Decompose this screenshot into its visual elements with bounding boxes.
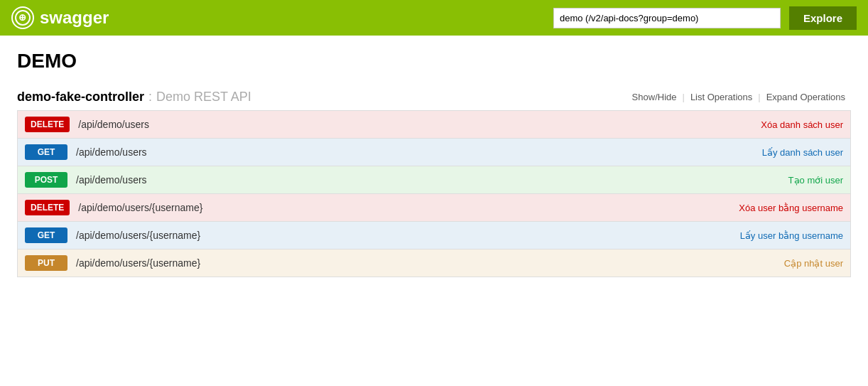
operation-path: /api/demo/users [76, 174, 774, 186]
main-content: DEMO demo-fake-controller : Demo REST AP… [0, 36, 868, 291]
controller-actions: Show/Hide | List Operations | Expand Ope… [626, 92, 851, 102]
operation-path: /api/demo/users/{username} [76, 230, 726, 241]
operation-path: /api/demo/users [76, 146, 748, 158]
operation-path: /api/demo/users/{username} [78, 202, 725, 213]
operations-list: DELETE/api/demo/usersXóa danh sách userG… [17, 110, 851, 277]
operation-row[interactable]: GET/api/demo/usersLấy danh sách user [18, 139, 850, 166]
list-operations-link[interactable]: List Operations [685, 92, 758, 102]
method-badge: GET [25, 227, 67, 243]
app-logo: ⊕ swagger [11, 6, 109, 29]
controller-section: demo-fake-controller : Demo REST API Sho… [17, 90, 851, 277]
svg-text:⊕: ⊕ [18, 12, 26, 23]
method-badge: GET [25, 144, 67, 160]
show-hide-link[interactable]: Show/Hide [626, 92, 683, 102]
controller-name: demo-fake-controller [17, 90, 144, 104]
method-badge: POST [25, 172, 67, 188]
api-selector-wrapper: demo (/v2/api-docs?group=demo) [553, 8, 781, 28]
controller-separator: : [148, 90, 152, 104]
operation-path: /api/demo/users [78, 119, 747, 130]
operation-summary: Lấy danh sách user [748, 147, 843, 158]
api-selector[interactable]: demo (/v2/api-docs?group=demo) [553, 8, 781, 28]
method-badge: DELETE [25, 117, 70, 132]
method-badge: DELETE [25, 200, 70, 215]
operation-row[interactable]: DELETE/api/demo/users/{username}Xóa user… [18, 194, 850, 222]
controller-description: Demo REST API [156, 90, 251, 104]
operation-summary: Xóa user bằng username [725, 203, 843, 213]
operation-path: /api/demo/users/{username} [76, 257, 770, 269]
logo-icon: ⊕ [11, 6, 34, 29]
operation-row[interactable]: POST/api/demo/usersTạo mới user [18, 166, 850, 194]
controller-header: demo-fake-controller : Demo REST API Sho… [17, 90, 851, 104]
operation-summary: Lấy user bằng username [726, 230, 843, 241]
operation-summary: Cập nhật user [770, 258, 843, 269]
operation-summary: Xóa danh sách user [747, 119, 843, 130]
explore-button[interactable]: Explore [789, 6, 857, 30]
operation-row[interactable]: GET/api/demo/users/{username}Lấy user bằ… [18, 222, 850, 250]
method-badge: PUT [25, 255, 67, 271]
page-title: DEMO [17, 50, 851, 73]
operation-row[interactable]: PUT/api/demo/users/{username}Cập nhật us… [18, 250, 850, 277]
expand-operations-link[interactable]: Expand Operations [761, 92, 851, 102]
logo-text: swagger [40, 8, 109, 28]
app-header: ⊕ swagger demo (/v2/api-docs?group=demo)… [0, 0, 868, 36]
operation-summary: Tạo mới user [774, 175, 843, 186]
operation-row[interactable]: DELETE/api/demo/usersXóa danh sách user [18, 111, 850, 139]
